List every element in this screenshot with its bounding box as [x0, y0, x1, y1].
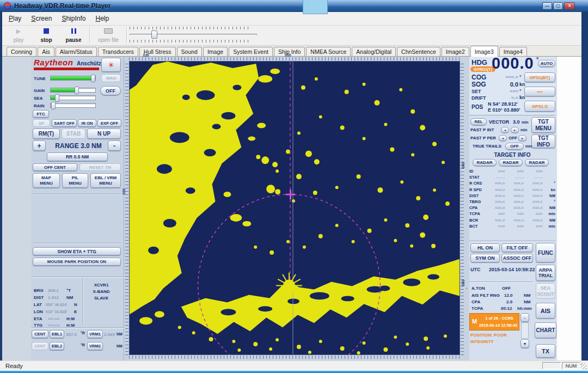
tab-alarm-status[interactable]: Alarm/Status — [56, 47, 97, 56]
interswitch-button[interactable]: ✳ — [101, 58, 121, 72]
ftc-button[interactable]: FTC — [33, 110, 49, 118]
utc-value: 2015-03-14 10:59:22 — [489, 267, 535, 272]
alarm-scroll-down-button[interactable]: ▼ — [520, 339, 529, 348]
stab-button[interactable]: STAB — [62, 129, 85, 139]
status-bar — [0, 360, 588, 371]
seek-slider-thumb[interactable] — [151, 30, 157, 39]
off-cent-button[interactable]: OFF CENT — [33, 163, 77, 171]
tab-conning[interactable]: Conning — [7, 47, 36, 56]
tx-button[interactable]: TX — [536, 344, 555, 358]
filt-off-button[interactable]: FILT OFF — [501, 243, 533, 252]
minimize-button[interactable]: — — [542, 2, 552, 10]
vrm1-button[interactable]: VRM1 — [87, 330, 103, 338]
tab-nmea-source[interactable]: NMEA Source — [306, 47, 351, 56]
play-button[interactable]: ▶ play — [7, 27, 30, 44]
n-up-button[interactable]: N UP — [87, 129, 121, 139]
alarm-entry[interactable]: M 1 of 26 - CCRS 2015-03-14 12:58:43 — [469, 313, 519, 331]
true-trails-off-button[interactable]: OFF — [505, 143, 524, 150]
past-int-prev-button[interactable]: ◂ — [501, 127, 509, 133]
alarm-scrollbar-track[interactable] — [521, 322, 529, 339]
ebl-vrm-menu-button[interactable]: EBL / VRM MENU — [90, 173, 121, 188]
rain-slider[interactable] — [50, 103, 96, 108]
dash-source-button[interactable]: — — [524, 87, 555, 96]
close-button[interactable]: ✕ — [564, 2, 575, 10]
past-per-next-button[interactable]: ▸ — [518, 135, 526, 141]
tab-image3-active[interactable]: Image3 — [470, 46, 498, 57]
off-button[interactable]: OFF — [100, 86, 121, 95]
exp-off-button[interactable]: EXP OFF — [97, 119, 121, 127]
tab-ais[interactable]: Ais — [38, 47, 54, 56]
gps1d-button[interactable]: GPS1 D — [524, 101, 555, 112]
auto-button[interactable]: AUTO — [538, 60, 555, 67]
menu-help[interactable]: Help — [95, 15, 109, 22]
gain-slider[interactable] — [50, 88, 96, 93]
radar-source-button-3[interactable]: RADAR — [525, 159, 549, 166]
tab-sound[interactable]: Sound — [177, 47, 202, 56]
sp-button[interactable]: SP — [33, 119, 50, 127]
ebl2-button[interactable]: EBL2 — [50, 342, 64, 350]
map-menu-button[interactable]: MAP MENU — [33, 173, 60, 188]
tune-slider[interactable] — [50, 76, 96, 81]
menu-shipinfo[interactable]: ShipInfo — [62, 15, 85, 22]
tgt-menu-button[interactable]: TGT MENU — [531, 117, 555, 133]
maximize-button[interactable]: ▢ — [553, 2, 563, 10]
sart-off-button[interactable]: SART OFF — [52, 119, 77, 127]
sea-slider-thumb[interactable] — [55, 94, 59, 102]
reset-tm-button[interactable]: RESET TM — [79, 163, 121, 171]
sym-on-button[interactable]: SYM ON — [470, 254, 500, 262]
stop-button[interactable]: stop — [34, 27, 59, 44]
rel-button[interactable]: REL — [470, 118, 487, 125]
show-eta-ttg-button[interactable]: SHOW ETA + TTG — [33, 247, 121, 255]
xcvr-band: X-BAND — [88, 289, 114, 294]
func-button[interactable]: FUNC — [536, 243, 555, 262]
tab-transducers[interactable]: Transducers — [98, 47, 138, 56]
mouse-park-button[interactable]: MOUSE PARK POSITION ON — [33, 258, 121, 266]
vrm2-button[interactable]: VRM2 — [87, 342, 103, 350]
seek-slider[interactable] — [130, 34, 257, 35]
arpa-trial-button[interactable]: ARPA TRIAL — [536, 265, 555, 281]
vrm1-range: 2.065 — [104, 332, 115, 337]
man-button[interactable]: MAN — [101, 74, 121, 82]
title-bar[interactable]: Headway VDR Real-time Player — ▢ ✕ — [0, 0, 588, 12]
gps1bt-button[interactable]: GPS1(BT) — [524, 72, 555, 82]
cent2-button[interactable]: CENT — [32, 342, 48, 350]
rain-slider-thumb[interactable] — [51, 102, 56, 109]
tgt-info-button[interactable]: TGT INFO — [531, 134, 555, 148]
tab-image2[interactable]: Image2 — [442, 47, 469, 56]
rr-button[interactable]: RR 0.5 NM — [47, 152, 108, 161]
menu-screen[interactable]: Screen — [31, 15, 52, 22]
tab-image[interactable]: Image — [203, 47, 228, 56]
cent1-button[interactable]: CENT — [32, 330, 48, 338]
assoc-off-button[interactable]: ASSOC OFF — [501, 254, 533, 262]
hl-on-button[interactable]: HL ON — [470, 243, 500, 252]
cog-label: COG — [471, 74, 486, 81]
bearing-scale-bottom — [129, 356, 460, 359]
tab-chnsentence[interactable]: ChnSentence — [397, 47, 440, 56]
rm-t-button[interactable]: RM(T) — [33, 129, 60, 139]
sea-slider[interactable] — [50, 95, 96, 100]
ir-on-button[interactable]: IR ON — [78, 119, 96, 127]
pause-button[interactable]: pause — [60, 27, 87, 44]
tune-slider-thumb[interactable] — [91, 75, 95, 82]
open-file-button[interactable]: open file — [93, 27, 124, 44]
toolbar-separator — [89, 28, 90, 43]
alarm-scroll-up-button[interactable]: ▲ — [520, 313, 529, 322]
ais-button[interactable]: AIS — [536, 303, 555, 319]
tab-system-event[interactable]: System Event — [229, 47, 273, 56]
radar-source-button-1[interactable]: RADAR — [473, 159, 497, 166]
resize-grip[interactable] — [580, 363, 586, 369]
gain-slider-thumb[interactable] — [75, 87, 79, 94]
sog-label: SOG — [471, 81, 486, 88]
radar-source-button-2[interactable]: RADAR — [499, 159, 523, 166]
range-minus-button[interactable]: - — [108, 140, 121, 151]
range-plus-button[interactable]: + — [33, 140, 46, 151]
sea-scout-button[interactable]: SEA SCOUT — [536, 283, 555, 299]
chart-button[interactable]: CHART — [535, 322, 556, 338]
past-per-prev-button[interactable]: ◂ — [499, 135, 507, 141]
radar-ppi-display[interactable] — [129, 61, 460, 355]
pil-menu-button[interactable]: PIL MENU — [62, 173, 88, 188]
ebl1-button[interactable]: EBL1 — [50, 330, 64, 338]
past-int-next-button[interactable]: ▸ — [511, 127, 519, 133]
menu-play[interactable]: Play — [9, 15, 21, 22]
tab-analog-digital[interactable]: Analog/Digital — [352, 47, 396, 56]
